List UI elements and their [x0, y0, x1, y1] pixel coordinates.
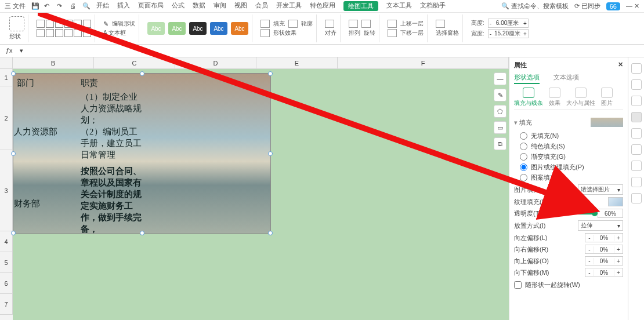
style-preset-2[interactable]: Abc: [168, 22, 186, 35]
tab-start[interactable]: 开始: [96, 1, 109, 11]
picture-shape[interactable]: 部门 职责 （1）制定企业人力资源战略规划； （2）编制员工手册，建立员工日常管…: [13, 73, 271, 234]
width-spin[interactable]: -15.20厘米+: [488, 29, 529, 38]
subtab-effects[interactable]: 效果: [549, 88, 560, 107]
row-1[interactable]: 1: [0, 69, 13, 86]
sheet-canvas[interactable]: 部门 职责 （1）制定企业人力资源战略规划； （2）编制员工手册，建立员工日常管…: [13, 69, 509, 320]
subtab-fill[interactable]: 填充与线条: [514, 88, 543, 107]
selection-pane[interactable]: 选择窗格: [436, 29, 459, 37]
subtab-size[interactable]: 大小与属性: [566, 88, 595, 107]
row-6[interactable]: 6: [0, 273, 13, 294]
float-shape[interactable]: ⬠: [494, 105, 506, 118]
send-backward[interactable]: 下移一层: [400, 29, 424, 37]
tab-view[interactable]: 视图: [234, 1, 247, 11]
edit-shape-icon[interactable]: ✎: [103, 20, 108, 28]
bring-forward[interactable]: 上移一层: [400, 20, 424, 28]
row-4[interactable]: 4: [0, 231, 13, 252]
search-box[interactable]: 🔍 查找命令、搜索模板: [501, 2, 569, 10]
shape-gallery[interactable]: [37, 20, 91, 37]
rotate-icon[interactable]: [361, 20, 371, 28]
fill-icon[interactable]: [261, 20, 270, 28]
rail-style-icon[interactable]: [631, 79, 642, 90]
rail-analyze-icon[interactable]: [631, 128, 642, 139]
redo-icon[interactable]: ↷: [57, 2, 65, 10]
height-spin[interactable]: -6.00厘米+: [488, 19, 529, 28]
outline-drop[interactable]: 轮廓: [301, 20, 313, 28]
style-preset-3[interactable]: Abc: [189, 22, 207, 35]
rail-help-icon[interactable]: [631, 177, 642, 187]
fx-icon[interactable]: ƒx: [6, 47, 14, 55]
selpane-icon[interactable]: [436, 20, 445, 28]
sync-status[interactable]: ⟳ 已同步: [574, 2, 600, 10]
save-icon[interactable]: 💾: [31, 2, 39, 10]
spreadsheet[interactable]: B C D E F 1 2 3 4 5 6 7: [0, 57, 509, 320]
pane-tab-shape[interactable]: 形状选项: [514, 73, 540, 84]
avatar[interactable]: 66: [606, 2, 620, 10]
float-copy[interactable]: ⧉: [494, 137, 506, 150]
row-3[interactable]: 3: [0, 150, 13, 231]
rotate-checkbox[interactable]: 随形状一起旋转(W): [514, 281, 623, 289]
radio-nofill[interactable]: 无填充(N): [520, 132, 623, 140]
float-collapse[interactable]: —: [494, 72, 506, 85]
off-bottom-stepper[interactable]: -0%+: [585, 268, 623, 277]
tab-texttools[interactable]: 文本工具: [386, 1, 412, 11]
align-drop[interactable]: 对齐: [325, 29, 337, 37]
tab-insert[interactable]: 插入: [117, 1, 130, 11]
col-e[interactable]: E: [256, 57, 338, 68]
fill-preview[interactable]: [591, 118, 623, 127]
float-rect[interactable]: ▭: [494, 121, 506, 134]
arrange-icon[interactable]: [349, 20, 358, 28]
fx-dropdown[interactable]: ▾: [20, 47, 23, 54]
selectall-corner[interactable]: [0, 57, 13, 68]
radio-picture[interactable]: 图片或纹理填充(P): [520, 163, 623, 172]
handle-r[interactable]: [268, 151, 273, 156]
fill-drop[interactable]: 填充: [273, 20, 285, 28]
tab-member[interactable]: 会员: [255, 1, 268, 11]
tab-review[interactable]: 审阅: [214, 1, 226, 11]
style-preset-5[interactable]: Abc: [231, 22, 248, 35]
handle-tr[interactable]: [268, 71, 273, 76]
col-b[interactable]: B: [13, 57, 94, 68]
tab-dochelper[interactable]: 文档助手: [420, 1, 446, 11]
rail-select-icon[interactable]: [631, 63, 642, 74]
tile-select[interactable]: 拉伸▾: [578, 220, 623, 231]
radio-pattern[interactable]: 图案填充(A): [520, 173, 623, 182]
handle-t[interactable]: [140, 71, 144, 76]
sendback-icon[interactable]: [388, 29, 397, 37]
radio-gradient[interactable]: 渐变填充(G): [520, 152, 623, 161]
undo-icon[interactable]: ↶: [44, 2, 52, 10]
rail-download-icon[interactable]: [631, 161, 642, 171]
window-controls[interactable]: — ✕: [626, 2, 639, 10]
picfill-select[interactable]: 请选择图片▾: [578, 184, 623, 195]
file-menu[interactable]: 三 文件: [5, 2, 26, 10]
trans-value[interactable]: 60%: [598, 209, 623, 218]
trans-slider[interactable]: [560, 212, 595, 214]
float-edit[interactable]: ✎: [494, 89, 506, 101]
handle-l[interactable]: [11, 151, 16, 156]
edit-shape[interactable]: 编辑形状: [112, 20, 135, 28]
outline-icon[interactable]: [288, 20, 298, 28]
rail-more-icon[interactable]: [631, 193, 642, 203]
shape-insert-icon[interactable]: [9, 16, 24, 31]
arrange-drop[interactable]: 排列: [349, 29, 360, 37]
section-fill[interactable]: 填充: [514, 118, 532, 127]
rail-property-icon[interactable]: [631, 112, 642, 122]
pane-tab-text[interactable]: 文本选项: [553, 73, 579, 84]
align-icon[interactable]: [325, 20, 334, 28]
handle-tl[interactable]: [11, 71, 16, 76]
textbox-btn[interactable]: A 文本框: [103, 29, 126, 37]
col-f[interactable]: F: [338, 57, 509, 68]
row-5[interactable]: 5: [0, 252, 13, 273]
preview-icon[interactable]: 🔍: [82, 2, 91, 10]
off-top-stepper[interactable]: -0%+: [585, 256, 623, 266]
col-d[interactable]: D: [175, 57, 256, 68]
effects-drop[interactable]: 形状效果: [273, 29, 296, 37]
rail-chart-icon[interactable]: [631, 96, 642, 106]
rotate-drop[interactable]: 旋转: [364, 29, 375, 37]
tab-dev[interactable]: 开发工具: [276, 1, 302, 11]
tab-layout[interactable]: 页面布局: [138, 1, 164, 11]
off-right-stepper[interactable]: -0%+: [585, 245, 623, 254]
off-left-stepper[interactable]: -0%+: [585, 233, 623, 242]
print-icon[interactable]: 🖨: [70, 2, 78, 10]
effects-icon[interactable]: [261, 29, 270, 37]
style-preset-4[interactable]: Abc: [210, 22, 227, 35]
